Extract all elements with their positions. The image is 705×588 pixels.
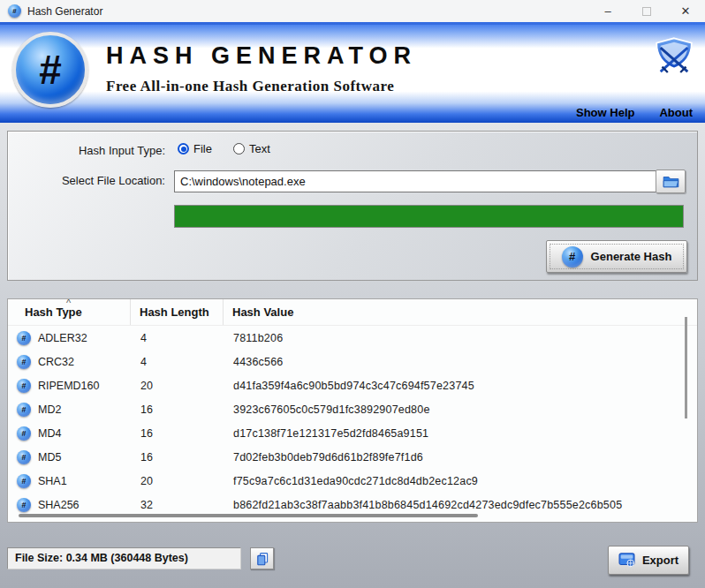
hash-type-header-label: Hash Type [25, 305, 82, 319]
hash-length: 20 [131, 380, 224, 392]
table-row[interactable]: #MD4 16 d17c138f71e121317e5d2fd8465a9151 [8, 421, 697, 445]
hash-value: 7d02feb3b0deb79d6d61b2f89fe7f1d6 [224, 451, 697, 464]
close-button[interactable]: ✕ [666, 0, 705, 22]
hash-value: b862fd21ab3c38f7aabb3f41b8b6845d14692cd4… [224, 499, 697, 511]
hash-type: MD4 [38, 427, 61, 440]
table-header: ^ Hash Type Hash Length Hash Value [8, 299, 697, 326]
hash-row-icon: # [17, 450, 31, 464]
hash-row-icon: # [17, 355, 31, 369]
hash-value: f75c9a7c6c1d31eda90cdc271dc8d4db2ec12ac9 [224, 475, 697, 487]
hash-length: 4 [131, 356, 224, 368]
hash-logo-icon: # [12, 32, 88, 108]
hash-results-table: ^ Hash Type Hash Length Hash Value #ADLE… [7, 298, 698, 523]
vertical-scrollbar[interactable] [685, 317, 687, 418]
hash-value-header-label: Hash Value [232, 305, 293, 319]
hash-value: 4436c566 [224, 356, 697, 368]
copy-button[interactable] [250, 547, 274, 569]
hash-row-icon: # [17, 331, 31, 345]
window-title: Hash Generator [27, 5, 588, 18]
hash-row-icon: # [17, 498, 31, 512]
hash-row-icon: # [17, 474, 31, 488]
copy-icon [255, 552, 269, 566]
shield-crossed-swords-icon [650, 35, 698, 78]
hash-type: ADLER32 [38, 332, 87, 344]
horizontal-scrollbar[interactable] [19, 514, 478, 517]
hash-type: MD2 [38, 403, 61, 416]
file-size-field: File Size: 0.34 MB (360448 Bytes) [7, 547, 241, 569]
input-type-radio-group: File Text [178, 142, 270, 155]
radio-text[interactable]: Text [233, 142, 270, 155]
header-banner: # HASH GENERATOR Free All-in-one Hash Ge… [0, 25, 705, 123]
hash-type: MD5 [38, 451, 61, 464]
hash-value: 3923c67605c0c579d1fc3892907ed80e [224, 403, 697, 416]
header-links: Show Help About [576, 106, 693, 119]
table-row[interactable]: #CRC32 4 4436c566 [8, 350, 697, 373]
hash-value: 7811b206 [224, 332, 697, 344]
radio-text-circle-icon [233, 143, 245, 155]
browse-button[interactable] [656, 170, 686, 193]
radio-text-label: Text [249, 142, 270, 155]
hash-length-header-label: Hash Length [140, 305, 209, 319]
hash-length: 32 [131, 499, 224, 511]
hash-length: 16 [131, 451, 224, 464]
hash-value: d41fa359f4a6c90b5bd974c3c47c694f57e23745 [224, 380, 697, 392]
radio-file-circle-icon [178, 143, 189, 155]
hash-length: 16 [131, 427, 224, 440]
hash-value: d17c138f71e121317e5d2fd8465a9151 [224, 427, 697, 440]
export-label: Export [642, 554, 678, 567]
app-title: HASH GENERATOR [106, 42, 417, 70]
hash-length: 16 [131, 403, 224, 416]
header-text: HASH GENERATOR Free All-in-one Hash Gene… [106, 42, 417, 95]
file-location-label: Select File Location: [8, 174, 165, 187]
hash-length: 4 [131, 332, 224, 344]
main-content: Hash Input Type: File Text Select File L… [0, 123, 705, 588]
progress-bar-fill [175, 206, 683, 227]
hash-sphere-icon: # [562, 246, 583, 268]
table-row[interactable]: #RIPEMD160 20 d41fa359f4a6c90b5bd974c3c4… [8, 373, 697, 397]
generate-hash-label: Generate Hash [591, 250, 672, 263]
app-subtitle: Free All-in-one Hash Generation Software [106, 78, 417, 95]
file-path-input[interactable] [174, 170, 656, 192]
table-row[interactable]: #MD5 16 7d02feb3b0deb79d6d61b2f89fe7f1d6 [8, 445, 697, 469]
hash-input-type-label: Hash Input Type: [8, 144, 165, 157]
sort-asc-icon: ^ [66, 298, 71, 308]
table-row[interactable]: #MD2 16 3923c67605c0c579d1fc3892907ed80e [8, 397, 697, 421]
hash-type: RIPEMD160 [38, 380, 99, 392]
progress-bar [174, 205, 684, 228]
table-row[interactable]: #ADLER32 4 7811b206 [8, 326, 697, 350]
hash-row-icon: # [17, 403, 31, 417]
show-help-link[interactable]: Show Help [576, 106, 634, 119]
hash-type: SHA1 [38, 475, 67, 487]
generate-hash-button[interactable]: # Generate Hash [546, 240, 687, 273]
radio-file-label: File [193, 142, 212, 155]
app-icon: # [8, 4, 21, 18]
minimize-button[interactable]: – [588, 0, 627, 22]
column-header-hash-length[interactable]: Hash Length [131, 299, 224, 325]
maximize-icon [642, 7, 651, 16]
input-panel: Hash Input Type: File Text Select File L… [7, 131, 698, 281]
table-row[interactable]: #SHA256 32 b862fd21ab3c38f7aabb3f41b8b68… [8, 493, 697, 516]
hash-type: CRC32 [38, 356, 74, 368]
radio-file[interactable]: File [178, 142, 212, 155]
table-row[interactable]: #SHA1 20 f75c9a7c6c1d31eda90cdc271dc8d4d… [8, 469, 697, 493]
hash-row-icon: # [17, 426, 31, 441]
hash-length: 20 [131, 475, 224, 487]
export-icon [618, 553, 635, 568]
column-header-hash-type[interactable]: ^ Hash Type [8, 299, 131, 325]
maximize-button[interactable] [627, 0, 666, 22]
column-header-hash-value[interactable]: Hash Value [224, 299, 697, 325]
about-link[interactable]: About [659, 106, 693, 119]
export-button[interactable]: Export [608, 546, 689, 575]
folder-icon [662, 175, 680, 188]
titlebar: # Hash Generator – ✕ [0, 0, 705, 22]
hash-type: SHA256 [38, 499, 80, 511]
hash-row-icon: # [17, 379, 31, 393]
